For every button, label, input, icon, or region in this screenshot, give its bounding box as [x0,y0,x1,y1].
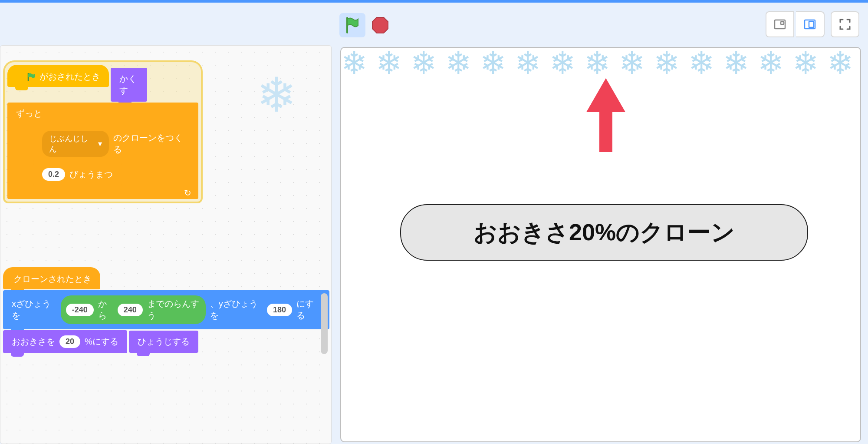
forever-label: ずっと [16,109,42,118]
fullscreen-button[interactable] [831,11,859,37]
clone-target-dropdown[interactable]: じぶんじしん ▾ [42,131,109,157]
svg-marker-8 [586,78,625,152]
create-clone-block[interactable]: じぶんじしん ▾ のクローンをつくる [33,126,198,162]
svg-rect-3 [781,22,784,24]
stop-button[interactable] [370,15,391,36]
callout-text: おおきさ20%のクローン [473,217,735,249]
green-flag-icon [26,72,36,82]
large-stage-icon [803,18,816,31]
small-stage-icon [773,18,786,31]
svg-text:❄ ❄ ❄ ❄ ❄ ❄ ❄ ❄ ❄ ❄ ❄ ❄ ❄ ❄ ❄ : ❄ ❄ ❄ ❄ ❄ ❄ ❄ ❄ ❄ ❄ ❄ ❄ ❄ ❄ ❄ ❄ ❄ [341,48,860,80]
wait-block[interactable]: 0.2 びょうまつ [33,163,122,186]
pick-random-operator[interactable]: -240 から 240 までのらんすう [61,295,206,324]
when-flag-label: がおされたとき [39,71,100,83]
scrollbar[interactable] [321,293,328,354]
wait-value[interactable]: 0.2 [42,168,65,181]
small-stage-button[interactable] [766,11,794,37]
green-flag-icon [345,17,360,33]
svg-rect-5 [809,21,814,27]
clone-target-label: じぶんじしん [49,133,95,154]
stop-icon [372,17,389,34]
random-suffix: までのらんすう [147,298,201,321]
forever-block[interactable]: ずっと じぶんじしん ▾ のクローンをつくる 0.2 びょうまつ [7,103,198,199]
goto-y-label: 、yざひょうを [210,298,263,321]
size-value[interactable]: 20 [59,335,80,348]
set-size-block[interactable]: おおきさを 20 %にする [3,330,127,353]
fullscreen-icon [838,18,852,31]
show-block[interactable]: ひょうじする [129,331,198,353]
stage-snow-decoration: ❄ ❄ ❄ ❄ ❄ ❄ ❄ ❄ ❄ ❄ ❄ ❄ ❄ ❄ ❄ ❄ ❄ [341,48,860,83]
size-label: おおきさを [12,336,55,348]
green-flag-button[interactable] [339,13,365,37]
when-cloned-label: クローンされたとき [13,273,92,285]
loop-arrow-icon: ↻ [184,188,191,198]
when-cloned-block[interactable]: クローンされたとき [3,267,100,289]
goto-x-label: xざひょうを [12,298,56,321]
arrow-annotation [584,78,628,162]
script-stack-2[interactable]: クローンされたとき xざひょうを -240 から 240 までのらんすう 、yざ… [3,267,331,353]
size-suffix: %にする [85,336,118,348]
hide-block[interactable]: かくす [111,68,147,102]
goto-suffix: にする [296,298,321,321]
when-flag-clicked-block[interactable]: がおされたとき [7,65,109,87]
wait-suffix: びょうまつ [69,169,113,180]
random-to[interactable]: 240 [118,304,143,316]
chevron-down-icon: ▾ [98,139,102,149]
script-area[interactable]: ❄ がおされたとき かくす ずっと じぶんじしん ▾ [0,45,332,444]
script-stack-1[interactable]: がおされたとき かくす ずっと じぶんじしん ▾ のクローンをつくる [5,62,201,202]
stage[interactable]: ❄ ❄ ❄ ❄ ❄ ❄ ❄ ❄ ❄ ❄ ❄ ❄ ❄ ❄ ❄ ❄ ❄ おおきさ20… [340,47,861,442]
goto-xy-block[interactable]: xざひょうを -240 から 240 までのらんすう 、yざひょうを 180 に… [3,290,329,329]
goto-y-value[interactable]: 180 [267,304,292,316]
clone-suffix: のクローンをつくる [113,132,190,156]
svg-marker-1 [372,17,388,33]
show-label: ひょうじする [138,336,190,348]
callout-bubble: おおきさ20%のクローン [400,204,808,261]
random-mid: から [98,298,113,321]
hide-label: かくす [119,73,138,96]
large-stage-button[interactable] [796,11,825,37]
snowflake-icon: ❄ [256,67,296,123]
random-from[interactable]: -240 [66,304,94,316]
